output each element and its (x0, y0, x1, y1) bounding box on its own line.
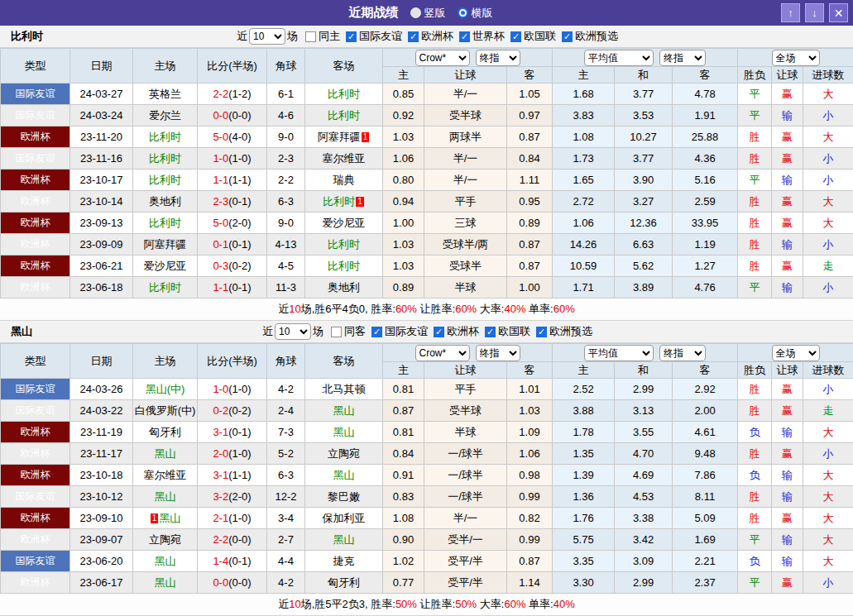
league-filter-checkbox[interactable] (536, 327, 547, 337)
league-filter-checkbox[interactable] (371, 327, 382, 337)
same-venue-checkbox[interactable] (331, 327, 342, 337)
summary-bar: 近10场,胜5平2负3, 胜率:50% 让胜率:50% 大率:60% 单率:40… (0, 594, 853, 616)
handicap-result-cell: 输 (772, 529, 803, 551)
home-team-cell: 比利时 (133, 127, 198, 148)
average-select[interactable]: 平均值 (584, 345, 654, 361)
average-select[interactable]: 平均值 (584, 50, 654, 66)
handicap-cell: 半/一 (424, 508, 507, 529)
result-cell: 平 (738, 529, 772, 551)
avg-odds-cell: 3.30 (553, 572, 615, 594)
avg-odds-cell: 2.52 (553, 379, 615, 400)
avg-odds-cell: 5.16 (673, 170, 738, 191)
titlebar: 近期战绩 竖版 横版 ↑ ↓ ✕ (0, 0, 853, 26)
matches-table: 类型日期主场比分(半场)角球客场 Crow* 终指 平均值 终指 全场主让球客主… (0, 343, 853, 594)
sub-column-header: 客 (507, 67, 553, 84)
home-team-cell: 阿塞拜疆 (133, 234, 198, 255)
goals-cell: 大 (803, 84, 853, 105)
fulltime-select[interactable]: 全场 (772, 345, 820, 361)
handicap-cell: 两球半 (424, 127, 507, 148)
move-up-button[interactable]: ↑ (781, 3, 800, 22)
league-filter-checkbox[interactable] (510, 31, 521, 42)
crow-away-odds-cell: 0.98 (507, 465, 553, 486)
handicap-cell: 一/球半 (424, 465, 507, 486)
move-down-button[interactable]: ↓ (805, 3, 824, 22)
sub-column-header: 客 (507, 362, 553, 379)
bookmaker-select[interactable]: Crow* (415, 345, 470, 361)
avg-odds-cell: 12.36 (615, 212, 673, 234)
score-cell: 1-0(1-0) (198, 148, 267, 170)
league-filter-checkbox[interactable] (485, 327, 496, 337)
avg-odds-cell: 3.35 (553, 551, 615, 572)
avg-odds-cell: 14.26 (553, 234, 615, 255)
sub-column-header: 主 (383, 67, 424, 84)
handicap-result-cell: 赢 (772, 212, 803, 234)
score-cell: 1-1(0-1) (198, 277, 267, 298)
team-name: 匈牙利 (328, 576, 360, 589)
league-filter-label: 欧国联 (524, 29, 556, 44)
avg-odds-cell: 4.69 (615, 465, 673, 486)
final-odds-select-2[interactable]: 终指 (659, 345, 706, 361)
fulltime-score: 2-1 (213, 512, 228, 524)
score-cell: 0-3(0-2) (198, 255, 267, 277)
halftime-score: (0-1) (228, 238, 251, 251)
avg-odds-cell: 3.89 (615, 277, 673, 298)
sub-column-header: 客 (673, 362, 738, 379)
crow-away-odds-cell: 0.87 (507, 551, 553, 572)
league-filter-checkbox[interactable] (562, 31, 573, 42)
crow-away-odds-cell: 0.82 (507, 508, 553, 529)
league-filter-checkbox[interactable] (459, 31, 470, 42)
crow-home-odds-cell: 1.03 (383, 255, 424, 277)
handicap-cell: 半/一 (424, 170, 507, 191)
filter-controls: 近 10 场 同主国际友谊欧洲杯世界杯欧国联欧洲预选 (235, 28, 618, 45)
league-filter-checkbox[interactable] (434, 327, 444, 337)
final-odds-select[interactable]: 终指 (476, 345, 520, 361)
avg-odds-cell: 3.77 (615, 84, 673, 105)
crow-home-odds-cell: 0.80 (383, 170, 424, 191)
league-filter-checkbox[interactable] (408, 31, 419, 42)
goals-cell: 小 (803, 443, 853, 465)
home-team-cell: 爱尔兰 (133, 105, 198, 127)
radio-horizontal-layout[interactable]: 横版 (458, 6, 493, 21)
crow-home-odds-cell: 1.06 (383, 148, 424, 170)
avg-odds-cell: 2.37 (673, 572, 738, 594)
halftime-score: (0-1) (228, 426, 251, 438)
final-odds-select-2[interactable]: 终指 (659, 50, 706, 66)
crow-away-odds-cell: 0.87 (507, 127, 553, 148)
halftime-score: (1-0) (228, 383, 251, 395)
close-button[interactable]: ✕ (829, 3, 848, 22)
crow-home-odds-cell: 0.90 (383, 529, 424, 551)
match-count-select[interactable]: 10 (275, 323, 311, 340)
fulltime-score: 3-2 (213, 490, 228, 503)
avg-odds-cell: 4.61 (673, 422, 738, 443)
away-team-cell: 奥地利 (305, 277, 383, 298)
away-team-cell: 比利时 (305, 105, 383, 127)
goals-cell: 大 (803, 191, 853, 212)
final-odds-select[interactable]: 终指 (476, 50, 520, 66)
sub-column-header: 进球数 (803, 362, 853, 379)
match-count-select[interactable]: 10 (249, 28, 285, 45)
same-venue-checkbox[interactable] (305, 31, 316, 42)
bookmaker-select[interactable]: Crow* (415, 50, 470, 66)
fulltime-select[interactable]: 全场 (772, 50, 820, 66)
team-name: 捷克 (333, 555, 355, 567)
halftime-score: (1-1) (228, 174, 251, 186)
score-cell: 0-0(0-0) (198, 572, 267, 594)
handicap-result-cell: 输 (772, 465, 803, 486)
sub-column-header: 和 (615, 67, 673, 84)
home-team-cell: 白俄罗斯(中) (133, 400, 198, 422)
away-team-cell: 爱沙尼亚 (305, 212, 383, 234)
date-cell: 24-03-24 (70, 105, 133, 127)
home-team-cell: 匈牙利 (133, 422, 198, 443)
avg-odds-cell: 1.19 (673, 234, 738, 255)
corner-cell: 3-4 (267, 508, 305, 529)
crow-home-odds-cell: 0.81 (383, 379, 424, 400)
league-filter-checkbox[interactable] (346, 31, 357, 42)
window-buttons: ↑ ↓ ✕ (781, 3, 848, 22)
score-cell: 1-1(1-1) (198, 170, 267, 191)
sub-column-header: 胜负 (738, 362, 772, 379)
same-venue-label: 同主 (319, 29, 340, 44)
team-name: 爱沙尼亚 (323, 217, 366, 229)
avg-odds-cell: 2.59 (673, 191, 738, 212)
radio-vertical-layout[interactable]: 竖版 (410, 6, 446, 21)
sub-column-header: 让球 (424, 67, 507, 84)
